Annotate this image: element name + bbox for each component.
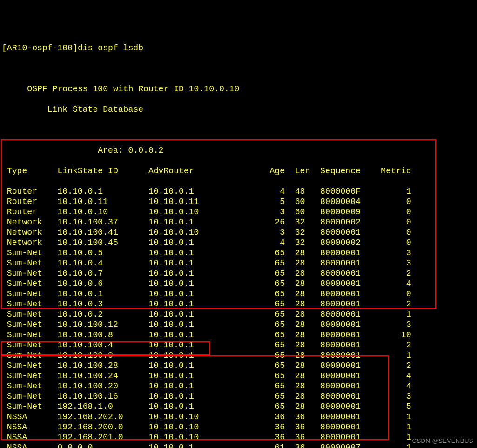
- table-row: Sum-Net 10.10.100.12 10.10.0.1 65 28 800…: [2, 319, 477, 330]
- highlight-nssa-default: [1, 341, 210, 355]
- header-process: OSPF Process 100 with Router ID 10.10.0.…: [2, 84, 477, 94]
- header-lsdb: Link State Database: [2, 104, 477, 115]
- table-row: NSSA 0.0.0.0 10.10.0.1 61 36 80000007 1: [2, 442, 477, 448]
- command-line[interactable]: [AR10-ospf-100]dis ospf lsdb: [2, 43, 477, 53]
- command: dis ospf lsdb: [78, 43, 143, 53]
- table-row: Sum-Net 10.10.100.8 10.10.0.1 65 28 8000…: [2, 330, 477, 340]
- highlight-sumnet: [1, 139, 436, 309]
- watermark: CSDN @SEVENBUS: [412, 436, 473, 446]
- prompt: [AR10-ospf-100]: [2, 43, 78, 53]
- highlight-nssa-block: [1, 355, 389, 440]
- table-row: Sum-Net 10.10.0.2 10.10.0.1 65 28 800000…: [2, 309, 477, 319]
